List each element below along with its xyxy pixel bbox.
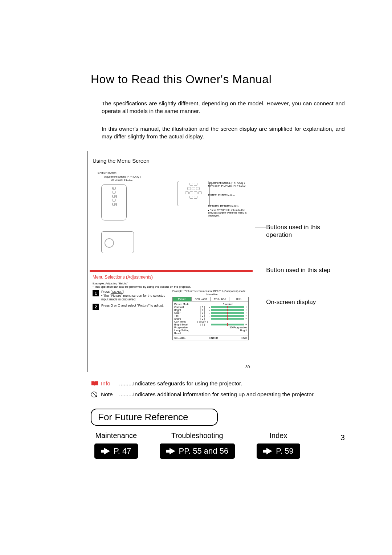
page-number: 3 <box>340 433 345 442</box>
info-text: .........Indicates safeguards for using … <box>119 380 345 387</box>
red-divider-bar <box>90 270 253 272</box>
illus-title: Using the Menu Screen <box>93 158 250 164</box>
osd-example-title: Example: "Picture" screen menu for INPUT… <box>172 290 252 293</box>
info-icon <box>91 380 99 388</box>
step-number-1: 1 <box>93 290 99 296</box>
menuhelp-button-label: MENU/HELP button <box>111 179 156 182</box>
sample-page-illustration: Using the Menu Screen ENTER button Adjus… <box>87 151 255 372</box>
callout-onscreen-display: On-screen display <box>266 298 316 306</box>
menu-selections-heading: Menu Selections (Adjustments) <box>93 275 153 280</box>
future-reference-heading: For Future Reference <box>91 409 218 426</box>
page-title: How to Read this Owner's Manual <box>91 73 345 86</box>
callout-buttons-operation: Buttons used in this operation <box>266 223 345 239</box>
step-list: 1 Press MENU. • The "Picture" menu scree… <box>93 290 169 340</box>
inner-page-number: 39 <box>245 365 250 369</box>
osd-menu-illustration: Picture SCR - ADJ PRJ - ADJ Help Picture… <box>172 297 249 340</box>
intro-paragraph-2: In this owner's manual, the illustration… <box>102 125 345 141</box>
enter-button-label: ENTER button <box>98 171 156 174</box>
note-icon <box>91 391 99 398</box>
maintenance-page-ref: P. 47 <box>94 443 138 459</box>
troubleshooting-page-ref: PP. 55 and 56 <box>160 443 235 459</box>
projector-top-illustration <box>177 181 210 206</box>
note-label: Note <box>101 391 117 398</box>
step-number-2: 2 <box>93 304 99 310</box>
osd-menu-item-label: Menu item <box>172 293 252 296</box>
index-label: Index <box>257 432 300 440</box>
arrow-right-icon <box>263 448 272 454</box>
menu-key: MENU. <box>111 290 124 294</box>
projector-side-illustration <box>101 231 134 253</box>
arrow-right-icon <box>101 448 110 454</box>
projector-callout-labels: Adjustment buttons (P /R /O /Q ) MENU/HE… <box>208 182 250 218</box>
index-page-ref: P. 59 <box>257 443 300 459</box>
maintenance-label: Maintenance <box>94 432 138 440</box>
note-text: .........Indicates additional informatio… <box>119 391 345 398</box>
troubleshooting-label: Troubleshooting <box>160 432 235 440</box>
legend-section: Info .........Indicates safeguards for u… <box>91 380 345 398</box>
info-label: Info <box>101 380 117 387</box>
example-text: Example: Adjusting "Bright" • This opera… <box>93 282 252 288</box>
reference-links-row: Maintenance P. 47 Troubleshooting PP. 55… <box>94 432 345 459</box>
remote-control-illustration <box>101 184 127 220</box>
callout-column: Buttons used in this operation Button us… <box>266 151 345 372</box>
adjustment-buttons-label: Adjustment buttons (P /R /O /Q ) <box>104 175 156 178</box>
arrow-right-icon <box>166 448 175 454</box>
intro-paragraph-1: The specifications are slightly differen… <box>102 100 345 115</box>
callout-button-step: Button used in this step <box>266 266 330 274</box>
